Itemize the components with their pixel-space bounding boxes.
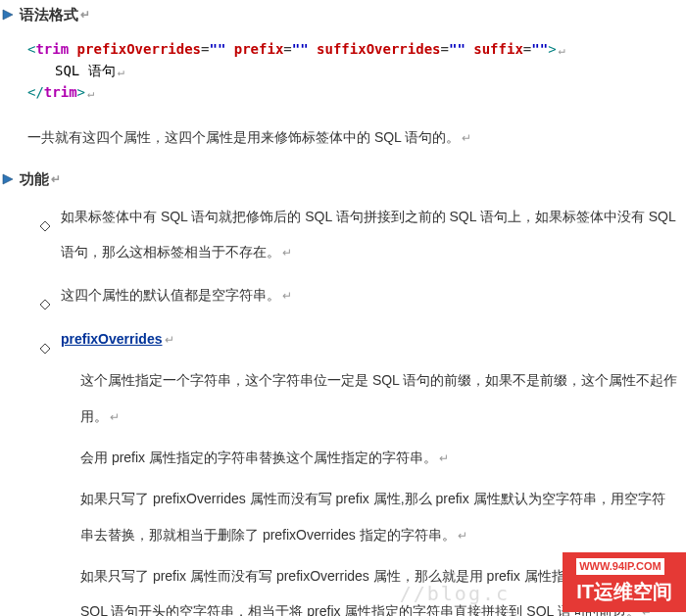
attr-value: "" xyxy=(449,41,466,57)
list-item-text: prefixOverrides↵ xyxy=(61,321,686,356)
section-header-syntax: 语法格式 ↵ xyxy=(0,4,686,26)
paragraph: 一共就有这四个属性，这四个属性是用来修饰标签体中的 SQL 语句的。↵ xyxy=(27,119,686,155)
paragraph-mark: ↵ xyxy=(439,451,449,465)
paragraph-mark: ↵ xyxy=(282,246,292,260)
code-body-text: SQL 语句 xyxy=(55,63,116,78)
code-line-close: </trim>↵ xyxy=(27,81,686,103)
link-prefixoverrides[interactable]: prefixOverrides xyxy=(61,331,163,347)
section-title: 功能 xyxy=(20,168,49,191)
svg-marker-3 xyxy=(40,300,50,309)
document-page: 语法格式 ↵ <trim prefixOverrides="" prefix="… xyxy=(0,0,686,616)
paragraph-mark: ↵ xyxy=(87,86,94,100)
paragraph-mark: ↵ xyxy=(462,131,471,145)
code-line-body: SQL 语句↵ xyxy=(27,60,686,81)
paragraph-mark: ↵ xyxy=(165,333,174,347)
svg-marker-2 xyxy=(40,221,50,231)
svg-marker-1 xyxy=(3,174,13,184)
list-item: 这四个属性的默认值都是空字符串。↵ xyxy=(39,277,686,312)
line-break-mark: ↵ xyxy=(80,6,90,24)
diamond-bullet-icon xyxy=(39,288,53,302)
attr-name: suffix xyxy=(473,41,523,57)
watermark-text: //blog.c xyxy=(400,579,510,608)
bullet-arrow-icon xyxy=(0,171,16,187)
attr-value: "" xyxy=(292,41,309,57)
tag-close-open: </ xyxy=(27,84,44,100)
code-line-open: <trim prefixOverrides="" prefix="" suffi… xyxy=(27,38,686,60)
sub-paragraph: 会用 prefix 属性指定的字符串替换这个属性指定的字符串。↵ xyxy=(80,440,686,475)
list-item: prefixOverrides↵ xyxy=(39,321,686,356)
paragraph-mark: ↵ xyxy=(282,289,292,303)
code-block: <trim prefixOverrides="" prefix="" suffi… xyxy=(0,34,686,108)
paragraph-mark: ↵ xyxy=(110,410,120,424)
line-break-mark: ↵ xyxy=(559,43,565,57)
tag-close-bracket: > xyxy=(77,84,85,100)
list-item-text: 如果标签体中有 SQL 语句就把修饰后的 SQL 语句拼接到之前的 SQL 语句… xyxy=(61,199,686,270)
tag-name: trim xyxy=(44,84,77,100)
banner-url: WWW.94IP.COM xyxy=(576,558,664,575)
sub-paragraph: 如果只写了 prefixOverrides 属性而没有写 prefix 属性,那… xyxy=(80,481,686,552)
banner-title: IT运维空间 xyxy=(576,577,672,606)
bullet-arrow-icon xyxy=(0,7,16,23)
attr-name: suffixOverrides xyxy=(317,41,440,57)
tag-name: trim xyxy=(35,41,69,57)
section-header-function: 功能 ↵ xyxy=(0,168,686,191)
diamond-bullet-icon xyxy=(39,210,53,223)
attr-name: prefixOverrides xyxy=(77,41,201,57)
paragraph-mark: ↵ xyxy=(458,529,467,543)
list-item: 如果标签体中有 SQL 语句就把修饰后的 SQL 语句拼接到之前的 SQL 语句… xyxy=(39,199,686,270)
sub-paragraph: 这个属性指定一个字符串，这个字符串位一定是 SQL 语句的前缀，如果不是前缀，这… xyxy=(80,362,686,434)
paragraph-text: 一共就有这四个属性，这四个属性是用来修饰标签体中的 SQL 语句的。 xyxy=(27,129,460,145)
site-banner[interactable]: WWW.94IP.COM IT运维空间 xyxy=(563,552,686,612)
list-item-text: 这四个属性的默认值都是空字符串。↵ xyxy=(61,277,686,312)
line-break-mark: ↵ xyxy=(51,170,61,188)
attr-value: "" xyxy=(531,41,548,57)
diamond-bullet-icon xyxy=(39,332,53,346)
attr-value: "" xyxy=(209,41,225,57)
tag-close-bracket: > xyxy=(548,41,556,57)
svg-marker-4 xyxy=(40,344,50,354)
section-title: 语法格式 xyxy=(20,4,78,26)
attr-name: prefix xyxy=(234,41,284,57)
line-break-mark: ↵ xyxy=(118,65,124,78)
svg-marker-0 xyxy=(3,10,13,20)
